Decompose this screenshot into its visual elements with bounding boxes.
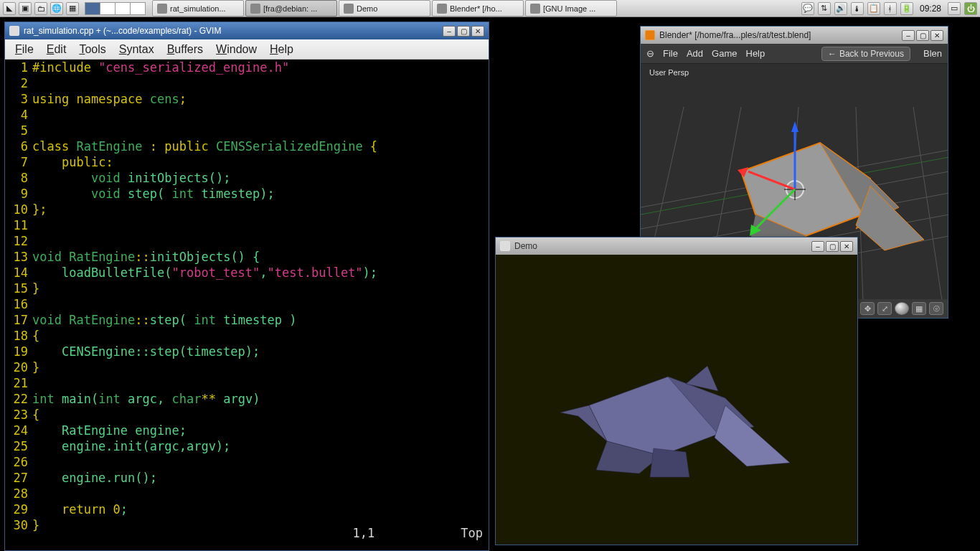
taskbar-task[interactable]: rat_simulation... (152, 0, 244, 17)
cursor-position: 1,1 (353, 526, 375, 540)
line-code: { (32, 328, 39, 344)
minimize-button[interactable]: – (443, 26, 456, 37)
task-list: rat_simulation...[fra@debian: ...DemoBle… (152, 0, 798, 17)
line-code: void RatEngine::initObjects() { (32, 249, 260, 265)
show-desktop-icon[interactable]: ▭ (948, 2, 961, 15)
blender-menu-game[interactable]: Game (712, 48, 737, 59)
close-button[interactable]: ✕ (840, 241, 853, 252)
gvim-titlebar[interactable]: rat_simulation.cpp + (~...code/examples/… (5, 22, 489, 39)
line-number: 11 (5, 217, 32, 233)
temp-icon[interactable]: 🌡 (851, 2, 864, 15)
clipboard-icon[interactable]: 📋 (867, 2, 880, 15)
maximize-button[interactable]: ▢ (457, 26, 470, 37)
line-number: 10 (5, 202, 32, 217)
menu-tools[interactable]: Tools (73, 42, 111, 57)
line-number: 7 (5, 154, 32, 170)
code-line: 29 return 0; (5, 501, 489, 517)
blender-icon (645, 30, 655, 40)
blender-menu-add[interactable]: Add (687, 48, 703, 59)
camera-icon[interactable]: ⦾ (929, 302, 943, 315)
network-icon[interactable]: ⇅ (818, 2, 831, 15)
taskbar-task[interactable]: Demo (339, 0, 430, 17)
pan-icon[interactable]: ✥ (860, 302, 875, 315)
maximize-button[interactable]: ▢ (826, 241, 839, 252)
line-number: 3 (5, 91, 32, 107)
code-line: 22int main(int argc, char** argv) (5, 391, 489, 407)
line-number: 17 (5, 312, 32, 328)
line-number: 16 (5, 296, 32, 312)
editor-type-icon[interactable]: ⊖ (646, 48, 654, 59)
close-button[interactable]: ✕ (471, 26, 484, 37)
code-line: 19 CENSEngine::step(timestep); (5, 344, 489, 359)
back-label: Back to Previous (839, 49, 904, 59)
code-line: 15} (5, 281, 489, 296)
blender-header: ⊖ File Add Game Help ← Back to Previous … (641, 44, 948, 64)
line-code: #include "cens_serialized_engine.h" (32, 60, 289, 75)
menu-edit[interactable]: Edit (41, 42, 72, 57)
line-number: 23 (5, 407, 32, 423)
line-number: 29 (5, 501, 32, 517)
line-code: public: (32, 154, 113, 170)
menu-file[interactable]: File (9, 42, 39, 57)
line-number: 26 (5, 454, 32, 470)
terminal-icon[interactable]: ▣ (19, 2, 32, 15)
minimize-button[interactable]: – (811, 241, 824, 252)
filemanager-icon[interactable]: 🗀 (34, 2, 47, 15)
line-code: class RatEngine : public CENSSerializedE… (32, 138, 377, 154)
demo-viewport[interactable] (496, 255, 857, 545)
menu-syntax[interactable]: Syntax (113, 42, 160, 57)
maximize-button[interactable]: ▢ (916, 30, 929, 41)
chat-icon[interactable]: 💬 (801, 2, 814, 15)
line-number: 24 (5, 423, 32, 438)
overlay-icon[interactable]: ▦ (912, 302, 926, 315)
menu-window[interactable]: Window (210, 42, 263, 57)
clock[interactable]: 09:28 (917, 4, 944, 14)
workspace-3[interactable] (115, 2, 131, 15)
menu-icon[interactable]: ◣ (3, 2, 16, 15)
demo-titlebar[interactable]: Demo – ▢ ✕ (496, 237, 857, 255)
line-number: 8 (5, 170, 32, 186)
blender-titlebar[interactable]: Blender* [/home/fra...ples/rat/test.blen… (641, 27, 948, 44)
code-line: 26 (5, 454, 489, 470)
blender-scene-label[interactable]: Blen (923, 48, 942, 59)
code-line: 10}; (5, 202, 489, 217)
code-line: 3using namespace cens; (5, 91, 489, 107)
minimize-button[interactable]: – (902, 30, 915, 41)
shading-icon[interactable] (895, 302, 909, 315)
blender-menu-help[interactable]: Help (746, 48, 765, 59)
zoom-icon[interactable]: ⤢ (877, 302, 892, 315)
taskbar-task[interactable]: [fra@debian: ... (245, 0, 337, 17)
code-line: 7 public: (5, 154, 489, 170)
battery-icon[interactable]: 🔋 (900, 2, 913, 15)
line-code: engine.init(argc,argv); (32, 438, 230, 454)
workspace-2[interactable] (100, 2, 116, 15)
task-icon (157, 4, 167, 14)
menu-help[interactable]: Help (264, 42, 299, 57)
browser-icon[interactable]: 🌐 (50, 2, 63, 15)
code-line: 13void RatEngine::initObjects() { (5, 249, 489, 265)
taskbar-task[interactable]: [GNU Image ... (525, 0, 617, 17)
code-line: 21 (5, 375, 489, 391)
windows-icon[interactable]: ▦ (66, 2, 79, 15)
workspace-pager[interactable] (85, 2, 145, 15)
line-code: void initObjects(); (32, 170, 230, 186)
taskbar-task[interactable]: Blender* [/ho... (432, 0, 524, 17)
logout-icon[interactable]: ⏻ (964, 2, 977, 15)
menu-buffers[interactable]: Buffers (161, 42, 209, 57)
line-code: } (32, 359, 39, 375)
workspace-1[interactable] (85, 2, 100, 15)
volume-icon[interactable]: 🔊 (834, 2, 847, 15)
close-button[interactable]: ✕ (930, 30, 943, 41)
code-line: 25 engine.init(argc,argv); (5, 438, 489, 454)
scroll-position: Top (461, 526, 483, 540)
gvim-editor[interactable]: 1#include "cens_serialized_engine.h"23us… (5, 60, 489, 550)
line-number: 5 (5, 123, 32, 138)
workspace-4[interactable] (130, 2, 146, 15)
blender-menu-file[interactable]: File (663, 48, 678, 59)
back-to-previous-button[interactable]: ← Back to Previous (821, 47, 910, 61)
gvim-title: rat_simulation.cpp + (~...code/examples/… (24, 26, 438, 36)
line-code: void step( int timestep); (32, 186, 275, 202)
bluetooth-icon[interactable]: ᚼ (884, 2, 897, 15)
line-number: 27 (5, 470, 32, 486)
code-line: 24 RatEngine engine; (5, 423, 489, 438)
